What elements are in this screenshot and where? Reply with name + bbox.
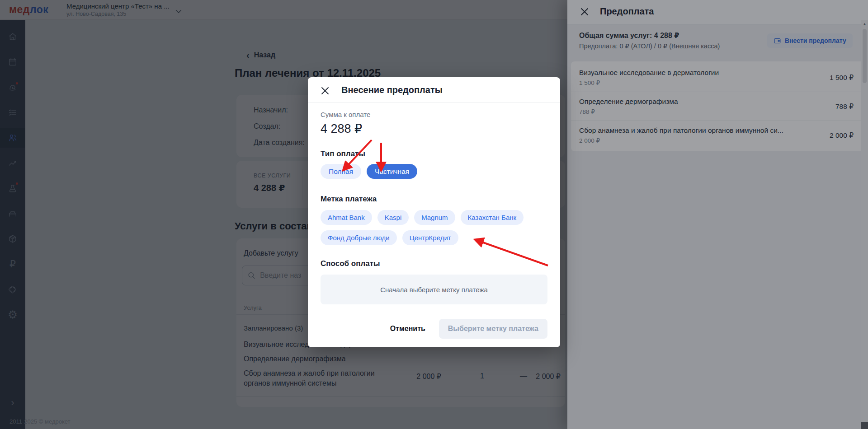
modal-footer: Отменить Выберите метку платежа [308, 319, 547, 339]
payment-type-toggle: Полная Частичная [321, 164, 417, 179]
modal-title: Внесение предоплаты [341, 85, 443, 95]
payment-tag-chip[interactable]: Фонд Добрые люди [321, 230, 397, 245]
prepayment-modal: Внесение предоплаты Сумма к оплате 4 288… [308, 77, 560, 347]
cancel-button[interactable]: Отменить [390, 325, 425, 333]
payment-method-hint: Сначала выберите метку платежа [321, 275, 547, 304]
payment-type-label: Тип оплаты [321, 149, 365, 159]
app-root: медлок Медицинский центр «Тест» на ... у… [0, 0, 868, 429]
close-icon[interactable] [321, 86, 330, 96]
payment-method-label: Способ оплаты [321, 259, 380, 268]
amount-value: 4 288 ₽ [321, 121, 362, 136]
amount-label: Сумма к оплате [321, 111, 370, 118]
divider [308, 103, 560, 103]
payment-tag-chip[interactable]: Kaspi [377, 210, 409, 225]
payment-type-full[interactable]: Полная [321, 164, 361, 179]
submit-button[interactable]: Выберите метку платежа [439, 319, 547, 339]
payment-tag-chip[interactable]: Казахстан Банк [461, 210, 524, 225]
payment-tag-chip[interactable]: Ahmat Bank [321, 210, 372, 225]
payment-tag-chip[interactable]: ЦентрКредит [402, 230, 458, 245]
payment-tag-label: Метка платежа [321, 195, 377, 204]
payment-tag-chip[interactable]: Magnum [414, 210, 455, 225]
payment-type-partial[interactable]: Частичная [367, 164, 417, 179]
payment-tags: Ahmat Bank Kaspi Magnum Казахстан Банк Ф… [321, 210, 547, 245]
